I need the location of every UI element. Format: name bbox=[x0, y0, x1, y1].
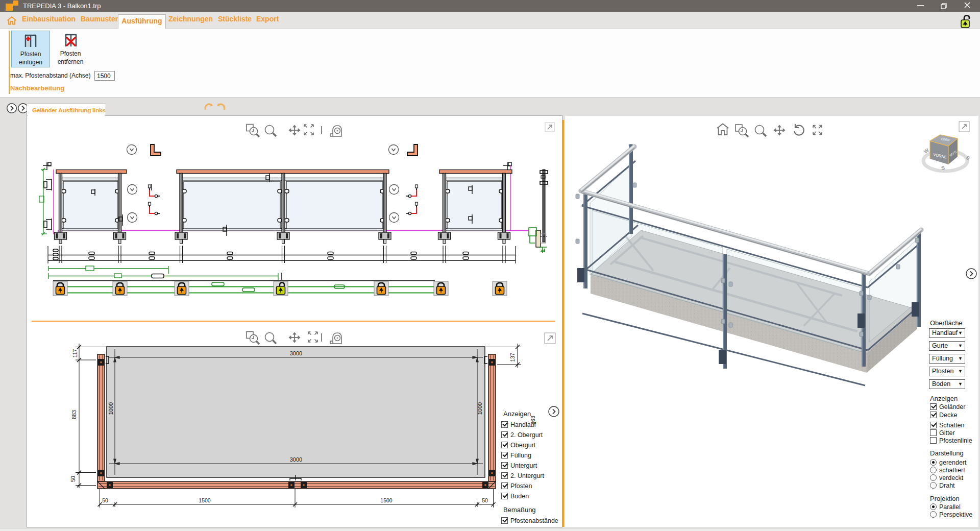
svg-text:50: 50 bbox=[482, 497, 488, 503]
svg-text:3000: 3000 bbox=[290, 350, 302, 356]
svg-text:1500: 1500 bbox=[380, 497, 393, 503]
svg-text:1500: 1500 bbox=[199, 497, 211, 503]
svg-text:117: 117 bbox=[72, 349, 78, 357]
svg-text:50: 50 bbox=[102, 497, 108, 503]
svg-text:1000: 1000 bbox=[477, 402, 483, 415]
svg-text:S: S bbox=[941, 165, 945, 171]
svg-text:3000: 3000 bbox=[290, 456, 302, 463]
svg-text:1000: 1000 bbox=[108, 402, 114, 415]
svg-text:883: 883 bbox=[71, 410, 77, 419]
svg-text:50: 50 bbox=[70, 476, 76, 482]
svg-text:137: 137 bbox=[509, 353, 516, 362]
